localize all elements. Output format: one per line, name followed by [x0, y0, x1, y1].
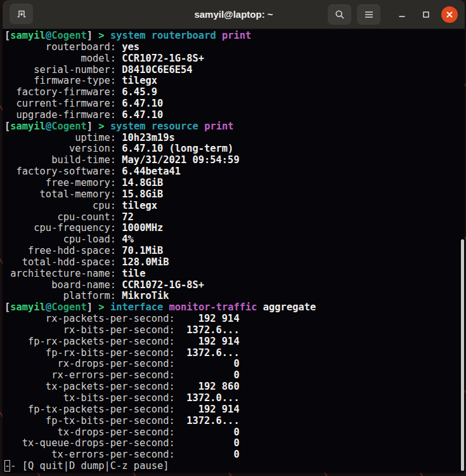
terminal-line: model: CCR1072-1G-8S+	[4, 53, 465, 65]
terminal-line: rx-bits-per-second: 1372.6...	[4, 325, 465, 336]
terminal-line: firmware-type: tilegx	[4, 76, 465, 87]
terminal-line: tx-packets-per-second: 192 860	[4, 381, 465, 393]
terminal-line: tx-errors-per-second: 0	[4, 449, 465, 461]
close-button[interactable]	[441, 6, 458, 23]
terminal-cursor: -	[4, 460, 10, 472]
terminal-line: upgrade-firmware: 6.47.10	[4, 110, 465, 121]
terminal-line: version: 6.47.10 (long-term)	[4, 143, 465, 155]
terminal-line: fp-tx-packets-per-second: 192 914	[4, 404, 465, 416]
new-tab-icon	[16, 9, 27, 19]
maximize-button[interactable]	[418, 7, 434, 22]
terminal-line: rx-packets-per-second: 192 914	[4, 314, 465, 325]
titlebar[interactable]: samyil@laptop: ~	[3, 0, 465, 29]
terminal-line: build-time: May/31/2021 09:54:59	[4, 155, 465, 166]
terminal-line: cpu-count: 72	[4, 212, 465, 223]
search-icon	[335, 10, 345, 20]
terminal-output[interactable]: [samyil@Cogent] > system routerboard pri…	[3, 29, 465, 473]
terminal-line: total-memory: 15.8GiB	[4, 189, 465, 201]
terminal-line: current-firmware: 6.47.10	[4, 98, 465, 110]
terminal-line: [samyil@Cogent] > system routerboard pri…	[4, 30, 465, 42]
terminal-line: serial-number: D8410C6E6E54	[4, 65, 465, 76]
terminal-line: -- [Q quit|D dump|C-z pause]	[4, 461, 465, 472]
terminal-line: platform: MikroTik	[4, 291, 465, 302]
new-tab-button[interactable]	[10, 4, 33, 24]
menu-button[interactable]	[357, 4, 380, 25]
terminal-line: tx-bits-per-second: 1372.0...	[4, 393, 465, 404]
terminal-line: rx-drops-per-second: 0	[4, 359, 465, 370]
terminal-line: rx-errors-per-second: 0	[4, 370, 465, 381]
search-button[interactable]	[328, 4, 351, 25]
terminal-line: cpu-load: 4%	[4, 234, 465, 246]
maximize-icon	[422, 11, 430, 18]
terminal-line: cpu: tilegx	[4, 201, 465, 212]
terminal-line: tx-queue-drops-per-second: 0	[4, 438, 465, 449]
window-title: samyil@laptop: ~	[194, 0, 273, 29]
terminal-line: fp-rx-bits-per-second: 1372.6...	[4, 348, 465, 359]
close-icon	[446, 11, 453, 18]
hamburger-menu-icon	[365, 11, 373, 18]
terminal-window: samyil@laptop: ~	[3, 0, 465, 473]
terminal-line: uptime: 10h23m19s	[4, 133, 465, 144]
minimize-icon	[398, 11, 406, 18]
terminal-line: tx-drops-per-second: 0	[4, 427, 465, 439]
terminal-line: architecture-name: tile	[4, 268, 465, 280]
terminal-line: fp-tx-bits-per-second: 1372.6...	[4, 416, 465, 427]
terminal-line: [samyil@Cogent] > system resource print	[4, 121, 465, 133]
terminal-line: cpu-frequency: 1000MHz	[4, 223, 465, 234]
terminal-line: factory-firmware: 6.45.9	[4, 87, 465, 98]
terminal-line: routerboard: yes	[4, 42, 465, 53]
minimize-button[interactable]	[394, 7, 410, 22]
scrollbar-thumb[interactable]	[461, 239, 464, 471]
terminal-line: board-name: CCR1072-1G-8S+	[4, 280, 465, 291]
terminal-line: free-hdd-space: 70.1MiB	[4, 246, 465, 257]
terminal-line: fp-rx-packets-per-second: 192 914	[4, 336, 465, 348]
terminal-line: free-memory: 14.8GiB	[4, 178, 465, 189]
terminal-line: factory-software: 6.44beta41	[4, 166, 465, 178]
terminal-line: total-hdd-space: 128.0MiB	[4, 257, 465, 268]
titlebar-controls	[328, 0, 465, 29]
terminal-line: [samyil@Cogent] > interface monitor-traf…	[4, 302, 465, 314]
